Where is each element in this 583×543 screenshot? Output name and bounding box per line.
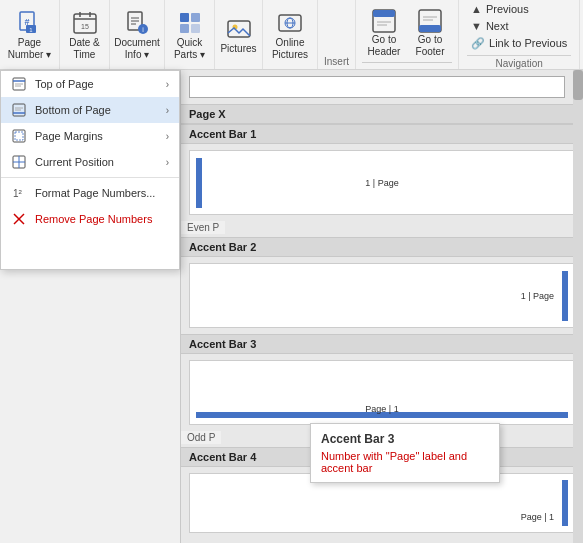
svg-rect-17 xyxy=(180,24,189,33)
pictures-button[interactable]: Pictures xyxy=(215,0,263,69)
current-position-label: Current Position xyxy=(35,156,158,168)
goto-group: Go toHeader Go toFooter xyxy=(356,0,459,69)
svg-text:15: 15 xyxy=(81,23,89,30)
previous-label: Previous xyxy=(486,3,529,15)
page-number-button[interactable]: # 1 Page Number ▾ xyxy=(0,0,60,69)
goto-footer-button[interactable]: Go toFooter xyxy=(408,6,452,60)
menu-item-remove-page-numbers[interactable]: Remove Page Numbers xyxy=(1,206,179,232)
accent-bar-3-page-num: Page | 1 xyxy=(365,404,398,414)
goto-footer-label: Go toFooter xyxy=(416,34,445,58)
insert-label: Insert xyxy=(324,56,349,67)
panel-scrollbar[interactable] xyxy=(573,70,583,543)
date-time-label: Date & Time xyxy=(64,37,105,61)
search-input[interactable] xyxy=(189,76,565,98)
remove-page-numbers-label: Remove Page Numbers xyxy=(35,213,169,225)
online-pictures-button[interactable]: Online Pictures xyxy=(263,0,318,69)
page-margins-arrow: › xyxy=(166,131,169,142)
accent-bar-2-header: Accent Bar 2 xyxy=(181,237,583,257)
document-info-label: Document Info ▾ xyxy=(114,37,160,61)
page-margins-label: Page Margins xyxy=(35,130,158,142)
next-nav-button[interactable]: ▼ Next xyxy=(467,18,571,34)
accent-bar-2-preview[interactable]: 1 | Page xyxy=(189,263,575,328)
navigation-label: Navigation xyxy=(467,55,571,69)
accent-bar-2-right-bar xyxy=(562,271,568,321)
top-of-page-arrow: › xyxy=(166,79,169,90)
document-info-button[interactable]: i Document Info ▾ xyxy=(110,0,165,69)
accent-bar-3-visual: Page | 1 xyxy=(196,368,568,418)
accent-bar-2-page-num: 1 | Page xyxy=(521,291,554,301)
page-number-icon: # 1 xyxy=(16,9,44,37)
format-page-numbers-icon: 1² xyxy=(11,185,27,201)
next-label: Next xyxy=(486,20,509,32)
dropdown-menu: Top of Page › Bottom of Page › xyxy=(0,70,180,270)
svg-rect-30 xyxy=(419,25,441,32)
tooltip: Accent Bar 3 Number with "Page" label an… xyxy=(310,423,500,483)
document-info-icon: i xyxy=(123,9,151,37)
accent-bar-3-preview[interactable]: Page | 1 xyxy=(189,360,575,425)
link-icon: 🔗 xyxy=(471,37,485,50)
top-of-page-label: Top of Page xyxy=(35,78,158,90)
date-time-icon: 15 xyxy=(71,9,99,37)
page-margins-icon xyxy=(11,128,27,144)
previous-icon: ▲ xyxy=(471,3,482,15)
svg-rect-15 xyxy=(180,13,189,22)
current-position-icon xyxy=(11,154,27,170)
online-pictures-label: Online Pictures xyxy=(267,37,313,61)
remove-page-numbers-icon xyxy=(11,211,27,227)
menu-item-bottom-of-page[interactable]: Bottom of Page › xyxy=(1,97,179,123)
accent-bar-1-visual: 1 | Page xyxy=(196,158,568,208)
menu-item-page-margins[interactable]: Page Margins › xyxy=(1,123,179,149)
bottom-of-page-arrow: › xyxy=(166,105,169,116)
even-page-label: Even P xyxy=(181,221,225,234)
svg-rect-19 xyxy=(228,21,250,37)
previous-nav-button[interactable]: ▲ Previous xyxy=(467,1,571,17)
accent-bar-1-preview[interactable]: 1 | Page xyxy=(189,150,575,215)
menu-divider xyxy=(1,177,179,178)
svg-rect-18 xyxy=(191,24,200,33)
online-pictures-icon xyxy=(276,9,304,37)
pictures-icon xyxy=(225,15,253,43)
svg-rect-42 xyxy=(15,132,23,140)
navigation-group: ▲ Previous ▼ Next 🔗 Link to Previous Nav… xyxy=(459,0,580,69)
accent-bar-3-header: Accent Bar 3 xyxy=(181,334,583,354)
menu-item-format-page-numbers[interactable]: 1² Format Page Numbers... xyxy=(1,180,179,206)
accent-bar-1-page-num: 1 | Page xyxy=(365,178,398,188)
tooltip-description: Number with "Page" label and accent bar xyxy=(321,450,489,474)
bottom-of-page-icon xyxy=(11,102,27,118)
accent-bar-1-header: Accent Bar 1 xyxy=(181,124,583,144)
bottom-of-page-label: Bottom of Page xyxy=(35,104,158,116)
menu-item-current-position[interactable]: Current Position › xyxy=(1,149,179,175)
svg-rect-16 xyxy=(191,13,200,22)
even-page-area: Even P xyxy=(181,221,583,237)
pictures-label: Pictures xyxy=(220,43,256,55)
accent-bar-4-visual: Page | 1 xyxy=(196,480,568,526)
accent-bar-4-page-num: Page | 1 xyxy=(521,512,554,522)
goto-row: Go toHeader Go toFooter xyxy=(362,6,452,60)
link-label: Link to Previous xyxy=(489,37,567,49)
top-of-page-icon xyxy=(11,76,27,92)
accent-bar-2-visual: 1 | Page xyxy=(196,271,568,321)
goto-header-button[interactable]: Go toHeader xyxy=(362,6,406,60)
next-icon: ▼ xyxy=(471,20,482,32)
format-page-numbers-label: Format Page Numbers... xyxy=(35,187,169,199)
quick-parts-icon xyxy=(176,9,204,37)
content-area: Top of Page › Bottom of Page › xyxy=(0,70,583,543)
quick-parts-button[interactable]: Quick Parts ▾ xyxy=(165,0,215,69)
quick-parts-label: Quick Parts ▾ xyxy=(169,37,210,61)
page-number-label: Page Number ▾ xyxy=(6,37,53,61)
svg-rect-26 xyxy=(373,10,395,17)
odd-page-label: Odd P xyxy=(181,431,221,444)
accent-bar-1-left-bar xyxy=(196,158,202,208)
date-time-button[interactable]: 15 Date & Time xyxy=(60,0,110,69)
insert-label-area: Insert xyxy=(318,0,356,69)
page-x-header: Page X xyxy=(181,104,583,124)
tooltip-title: Accent Bar 3 xyxy=(321,432,489,446)
scrollbar-thumb[interactable] xyxy=(573,70,583,100)
goto-header-label: Go toHeader xyxy=(368,34,401,58)
menu-item-top-of-page[interactable]: Top of Page › xyxy=(1,71,179,97)
current-position-arrow: › xyxy=(166,157,169,168)
accent-bar-4-bar xyxy=(562,480,568,526)
ribbon: # 1 Page Number ▾ 15 Date & Time xyxy=(0,0,583,70)
svg-text:1²: 1² xyxy=(13,188,23,199)
link-to-previous-button[interactable]: 🔗 Link to Previous xyxy=(467,35,571,52)
